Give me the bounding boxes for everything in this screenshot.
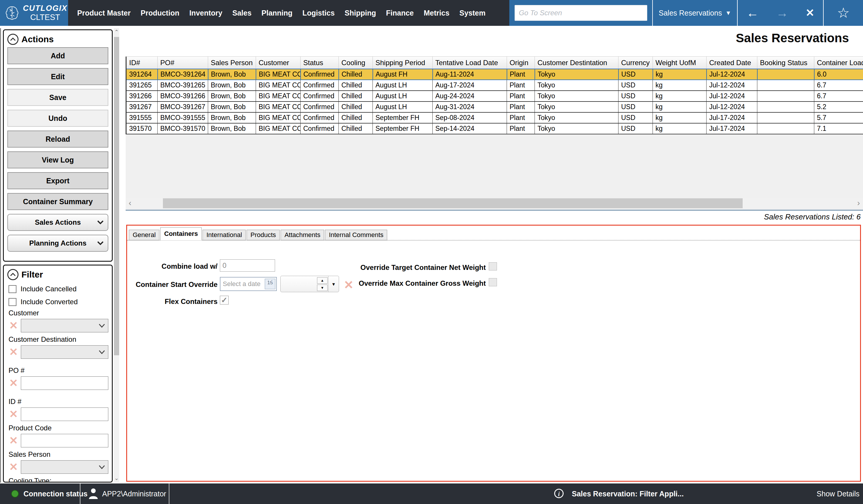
spinner-value-field[interactable]: [280, 276, 316, 292]
clear-filter-icon[interactable]: ✕: [7, 377, 20, 389]
menu-item[interactable]: Logistics: [297, 9, 340, 17]
override-net-weight-checkbox[interactable]: [489, 262, 497, 271]
close-screen-icon[interactable]: ✕: [805, 0, 814, 26]
sidebar-scrollbar[interactable]: ⌃ ⌄: [114, 28, 119, 482]
table-row[interactable]: 391267BMCO-391267Brown, BobBIG MEAT COCo…: [126, 102, 863, 112]
filter-select[interactable]: [21, 319, 108, 332]
scrollbar-thumb[interactable]: [163, 198, 743, 208]
action-button[interactable]: View Log: [7, 151, 108, 168]
column-header[interactable]: Tentative Load Date: [433, 56, 507, 69]
detail-tab[interactable]: Containers: [160, 227, 202, 240]
notification-message[interactable]: Sales Reservation: Filter Appli...: [572, 483, 684, 504]
scrollbar-thumb[interactable]: [114, 37, 119, 355]
table-cell: [757, 123, 814, 134]
action-button[interactable]: Export: [7, 172, 108, 189]
table-row[interactable]: 391266BMCO-391266Brown, BobBIG MEAT COCo…: [126, 91, 863, 102]
clear-filter-icon[interactable]: ✕: [7, 408, 20, 421]
scroll-down-icon[interactable]: ⌄: [114, 474, 119, 482]
column-header[interactable]: ID#: [126, 56, 158, 69]
goto-screen-input[interactable]: [515, 5, 647, 21]
detail-tab[interactable]: Internal Comments: [325, 230, 387, 240]
container-start-override-label: Container Start Override: [127, 281, 217, 289]
scroll-left-icon[interactable]: ‹: [126, 198, 135, 209]
detail-tab[interactable]: International: [202, 230, 246, 240]
action-button[interactable]: Undo: [7, 110, 108, 127]
filter-checkbox[interactable]: [9, 285, 16, 293]
favorite-star-icon[interactable]: ☆: [824, 0, 863, 26]
menu-item[interactable]: System: [454, 9, 490, 17]
column-header[interactable]: Created Date: [706, 56, 757, 69]
table-row[interactable]: 391264BMCO-391264Brown, BobBIG MEAT COCo…: [126, 69, 863, 80]
column-header[interactable]: Container Load: [814, 56, 863, 69]
menu-item[interactable]: Shipping: [340, 9, 381, 17]
column-header[interactable]: Weight UofM: [653, 56, 706, 69]
show-details-button[interactable]: Show Details: [817, 483, 860, 504]
action-dropdown-button[interactable]: Sales Actions: [7, 214, 108, 231]
clear-filter-icon[interactable]: ✕: [7, 435, 20, 447]
menu-item[interactable]: Metrics: [419, 9, 455, 17]
clear-filter-icon[interactable]: ✕: [7, 346, 20, 358]
table-row[interactable]: 391265BMCO-391265Brown, BobBIG MEAT COCo…: [126, 80, 863, 91]
column-header[interactable]: Cooling: [339, 56, 373, 69]
action-dropdown-button[interactable]: Planning Actions: [7, 235, 108, 252]
calendar-icon[interactable]: 15: [265, 279, 275, 289]
screen-selector-dropdown[interactable]: Sales Reservations ▼: [653, 0, 737, 26]
clear-filter-icon[interactable]: ✕: [7, 461, 20, 473]
filter-input[interactable]: [21, 376, 108, 390]
table-cell: September FH: [373, 123, 433, 134]
column-header[interactable]: Currency: [618, 56, 653, 69]
table-cell: USD: [618, 123, 653, 134]
combine-load-input[interactable]: [220, 259, 275, 272]
forward-icon[interactable]: →: [776, 0, 788, 26]
filter-input[interactable]: [21, 408, 108, 421]
table-horizontal-scrollbar[interactable]: ‹ ›: [126, 198, 863, 209]
menu-item[interactable]: Inventory: [184, 9, 227, 17]
spinner-up-icon[interactable]: ▲: [317, 277, 328, 284]
action-button[interactable]: Reload: [7, 131, 108, 147]
detail-tab[interactable]: Products: [247, 230, 280, 240]
column-header[interactable]: Sales Person: [208, 56, 256, 69]
window-edge-line: [0, 28, 1, 482]
override-gross-weight-checkbox[interactable]: [489, 278, 497, 286]
column-header[interactable]: PO#: [158, 56, 208, 69]
table-cell: BMCO-391267: [158, 102, 208, 112]
action-button[interactable]: Add: [7, 47, 108, 64]
column-header[interactable]: Booking Status: [757, 56, 814, 69]
filter-checkbox[interactable]: [9, 298, 16, 306]
table-cell: Chilled: [339, 80, 373, 91]
clear-filter-icon[interactable]: ✕: [7, 320, 20, 332]
menu-item[interactable]: Sales: [227, 9, 256, 17]
scroll-right-icon[interactable]: ›: [854, 198, 863, 209]
back-icon[interactable]: ←: [746, 0, 759, 26]
filter-input[interactable]: [21, 434, 108, 448]
action-button[interactable]: Save: [7, 89, 108, 106]
detail-tab[interactable]: Attachments: [280, 230, 324, 240]
menu-item[interactable]: Production: [136, 9, 184, 17]
filter-field-label: Product Code: [9, 424, 108, 432]
filter-select[interactable]: [21, 460, 108, 474]
app-logo[interactable]: CUTLOGIX CLTEST: [0, 0, 68, 26]
container-start-spinner-combo[interactable]: ▲ ▼ ▼: [280, 276, 339, 292]
collapse-chevron-up-icon[interactable]: [7, 269, 18, 280]
column-header[interactable]: Status: [301, 56, 339, 69]
table-row[interactable]: 391555BMCO-391555Brown, BobBIG MEAT COCo…: [126, 112, 863, 123]
spinner-down-icon[interactable]: ▼: [317, 285, 328, 291]
collapse-chevron-up-icon[interactable]: [7, 34, 18, 45]
detail-tab[interactable]: General: [129, 230, 159, 240]
flex-containers-checkbox[interactable]: ✓: [220, 296, 229, 305]
menu-item[interactable]: Finance: [381, 9, 418, 17]
table-row[interactable]: 391570BMCO-391570Brown, BobBIG MEAT COCo…: [126, 123, 863, 134]
filter-select[interactable]: [21, 345, 108, 359]
column-header[interactable]: Customer: [256, 56, 301, 69]
column-header[interactable]: Origin: [507, 56, 535, 69]
scroll-up-icon[interactable]: ⌃: [114, 28, 119, 36]
container-start-date-picker[interactable]: Select a date 15: [220, 277, 277, 291]
menu-item[interactable]: Planning: [257, 9, 298, 17]
action-button[interactable]: Edit: [7, 68, 108, 85]
column-header[interactable]: Shipping Period: [373, 56, 433, 69]
column-header[interactable]: Customer Destintation: [535, 56, 618, 69]
filter-panel-title: Filter: [22, 270, 43, 280]
table-cell: 391266: [126, 91, 158, 102]
menu-item[interactable]: Product Master: [72, 9, 136, 17]
action-button[interactable]: Container Summary: [7, 193, 108, 210]
